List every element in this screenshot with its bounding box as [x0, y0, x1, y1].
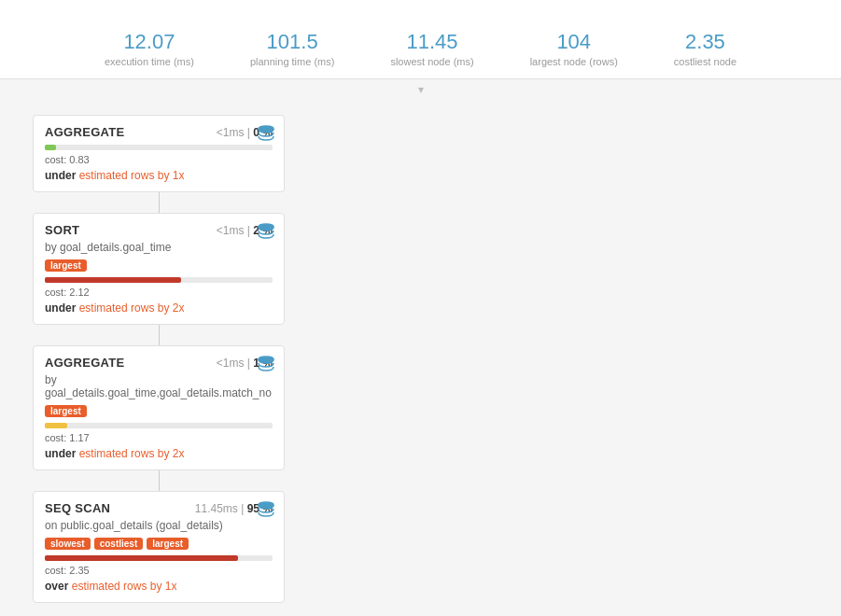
badge-slowest: slowest — [45, 538, 91, 550]
estimation-label: under estimated rows by 2x — [45, 301, 273, 315]
stat-value: 101.5 — [250, 30, 334, 54]
progress-bar-wrap — [45, 145, 273, 150]
estimation-direction: under — [45, 301, 76, 315]
stat-label: slowest node (ms) — [390, 56, 473, 67]
progress-bar — [45, 145, 56, 150]
estimation-label: over estimated rows by 1x — [45, 580, 273, 593]
connector-line — [159, 192, 160, 213]
estimation-direction: over — [45, 580, 68, 593]
progress-bar-wrap — [45, 555, 273, 561]
stat-value: 11.45 — [390, 30, 473, 54]
badge-largest: largest — [147, 538, 189, 550]
progress-bar — [45, 555, 238, 561]
stat-value: 12.07 — [105, 30, 194, 54]
node-header: SORT<1ms | 2 % — [45, 223, 273, 237]
node-card: AGGREGATE<1ms | 0 %cost: 0.83under estim… — [33, 115, 285, 192]
stat-item: 2.35costliest node — [674, 30, 736, 67]
stat-item: 12.07execution time (ms) — [105, 30, 194, 67]
stat-item: 104largest node (rows) — [530, 30, 618, 67]
estimation-detail: estimated rows by 1x — [72, 580, 177, 593]
node-type: SORT — [45, 223, 79, 237]
node-card: AGGREGATE<1ms | 1 %by goal_details.goal_… — [33, 345, 285, 470]
cost-label: cost: 2.12 — [45, 287, 273, 298]
stat-value: 2.35 — [674, 30, 736, 54]
db-icon — [258, 125, 274, 144]
connector-line — [159, 325, 160, 345]
stat-item: 11.45slowest node (ms) — [390, 30, 473, 67]
badge-costliest: costliest — [94, 538, 144, 550]
node-sub: by goal_details.goal_time,goal_details.m… — [45, 373, 273, 399]
node-sub: by goal_details.goal_time — [45, 241, 273, 254]
node-badges: largest — [45, 259, 273, 272]
node-header: AGGREGATE<1ms | 0 % — [45, 125, 273, 139]
node-type: AGGREGATE — [45, 125, 125, 139]
progress-bar — [45, 423, 67, 428]
estimation-detail: estimated rows by 1x — [79, 169, 185, 182]
node-badges: largest — [45, 405, 273, 417]
close-button[interactable] — [815, 11, 822, 19]
stat-label: largest node (rows) — [530, 56, 618, 67]
stat-label: execution time (ms) — [105, 56, 194, 67]
node-card: SEQ SCAN11.45ms | 95 %on public.goal_det… — [33, 491, 285, 603]
node-sub: on public.goal_details (goal_details) — [45, 519, 273, 532]
stats-row: 12.07execution time (ms)101.5planning ti… — [19, 30, 822, 78]
connector-line — [159, 470, 160, 491]
badge-largest: largest — [45, 259, 87, 272]
db-icon — [258, 223, 274, 242]
stat-label: planning time (ms) — [250, 56, 334, 67]
estimation-direction: under — [45, 169, 76, 182]
estimation-label: under estimated rows by 2x — [45, 447, 273, 460]
main-content: AGGREGATE<1ms | 0 %cost: 0.83under estim… — [0, 100, 841, 616]
progress-bar-wrap — [45, 423, 273, 428]
page-header: 12.07execution time (ms)101.5planning ti… — [0, 0, 841, 79]
db-icon — [258, 356, 274, 374]
node-header: AGGREGATE<1ms | 1 % — [45, 356, 273, 370]
node-header: SEQ SCAN11.45ms | 95 % — [45, 501, 273, 515]
cost-label: cost: 0.83 — [45, 154, 273, 165]
node-tree: AGGREGATE<1ms | 0 %cost: 0.83under estim… — [19, 115, 299, 603]
progress-bar-wrap — [45, 277, 273, 283]
node-badges: slowestcostliestlargest — [45, 538, 273, 550]
estimation-detail: estimated rows by 2x — [79, 447, 185, 460]
estimation-direction: under — [45, 447, 76, 460]
stat-item: 101.5planning time (ms) — [250, 30, 334, 67]
estimation-label: under estimated rows by 1x — [45, 169, 273, 182]
db-icon — [258, 501, 274, 520]
node-card: SORT<1ms | 2 %by goal_details.goal_timel… — [33, 213, 285, 325]
chevron-down-icon: ▾ — [0, 79, 841, 100]
node-type: AGGREGATE — [45, 356, 125, 370]
title-row — [19, 11, 822, 19]
badge-largest: largest — [45, 405, 87, 417]
progress-bar — [45, 277, 181, 283]
cost-label: cost: 2.35 — [45, 565, 273, 576]
estimation-detail: estimated rows by 2x — [79, 301, 185, 315]
stat-value: 104 — [530, 30, 618, 54]
cost-label: cost: 1.17 — [45, 432, 273, 443]
node-type: SEQ SCAN — [45, 501, 110, 515]
stat-label: costliest node — [674, 56, 736, 67]
